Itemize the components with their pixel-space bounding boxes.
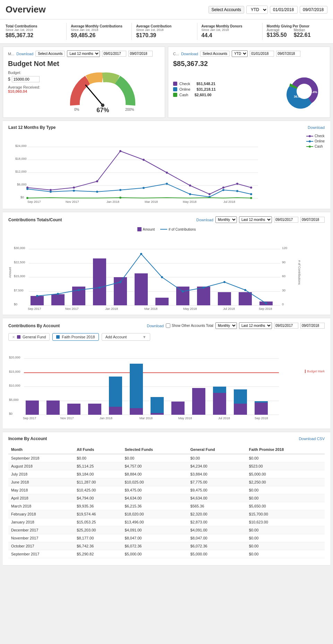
svg-rect-123: [130, 364, 143, 408]
date-start-input[interactable]: [270, 6, 298, 14]
account-period-select[interactable]: Monthly: [215, 322, 237, 329]
table-cell: $8,047.00: [188, 534, 246, 542]
svg-point-90: [119, 281, 121, 283]
svg-text:Nov 2017: Nov 2017: [60, 416, 74, 420]
contributions-select-accounts[interactable]: Select Accounts: [200, 51, 230, 57]
bar-chart-range-select[interactable]: Last 12 months: [239, 216, 272, 223]
table-cell: $0.00: [246, 542, 325, 550]
faith-promise-tag[interactable]: Faith Promise 2018: [52, 333, 99, 341]
date-end-input[interactable]: [300, 6, 327, 14]
contributions-legend: Check $51,548.21 Online $31,218.11 Cash …: [173, 82, 216, 98]
budget-date-end[interactable]: [128, 51, 153, 57]
svg-point-55: [309, 140, 311, 142]
svg-text:Sep 2017: Sep 2017: [28, 307, 41, 311]
svg-rect-74: [31, 296, 44, 305]
svg-rect-79: [135, 273, 148, 305]
add-account-tag[interactable]: Add Account ▼: [102, 333, 150, 341]
account-range-select[interactable]: Last 12 months: [239, 322, 272, 329]
table-cell: April 2018: [8, 494, 74, 502]
svg-rect-121: [109, 377, 122, 407]
table-cell: $523.00: [246, 462, 325, 470]
svg-text:$0: $0: [9, 412, 12, 415]
table-cell: $2,873.00: [188, 518, 246, 526]
svg-text:Sep 2017: Sep 2017: [23, 416, 36, 420]
income-download-csv[interactable]: Download CSV: [299, 437, 325, 441]
svg-text:Jul 2018: Jul 2018: [223, 200, 235, 204]
budget-date-start[interactable]: [102, 51, 126, 57]
svg-text:$10,000: $10,000: [9, 384, 20, 387]
table-cell: December 2017: [8, 526, 74, 534]
budget-value-input[interactable]: [12, 76, 40, 82]
bar-chart-date-end[interactable]: [300, 217, 325, 223]
account-chart-section: Contributions By Account Download Show O…: [3, 318, 330, 429]
general-fund-remove[interactable]: ✕: [12, 335, 15, 339]
table-cell: $8,177.00: [74, 534, 122, 542]
svg-rect-129: [213, 387, 226, 393]
svg-point-94: [203, 287, 205, 289]
income-table-section: Income By Account Download CSV Month All…: [3, 432, 330, 565]
svg-text:$20,000: $20,000: [9, 356, 20, 359]
line-chart-legend: Check Online Cash: [306, 134, 325, 148]
table-cell: $0.00: [188, 454, 246, 462]
table-cell: September 2017: [8, 550, 74, 558]
bar-chart-date-start[interactable]: [274, 217, 298, 223]
svg-point-37: [26, 188, 28, 190]
pie-chart-svg: 60.4% 36.6%: [283, 71, 325, 112]
table-row: May 2018$10,425.00$9,475.00$9,475.00$0.0…: [8, 486, 325, 494]
amount-legend-box: [137, 227, 142, 231]
svg-text:Sep 2018: Sep 2018: [255, 416, 268, 420]
table-cell: $9,475.00: [122, 486, 188, 494]
svg-point-39: [73, 190, 75, 192]
svg-point-51: [250, 197, 252, 199]
contributions-period-select[interactable]: YTD: [232, 50, 248, 57]
svg-text:Jan 2018: Jan 2018: [106, 200, 119, 204]
table-cell: $3,884.00: [188, 470, 246, 478]
table-cell: $19,574.46: [74, 510, 122, 518]
bar-chart-download[interactable]: Download: [196, 218, 213, 222]
bar-chart-period-select[interactable]: Monthly: [215, 216, 237, 223]
show-other-checkbox[interactable]: [166, 323, 170, 328]
line-chart-download[interactable]: Download: [308, 125, 325, 130]
account-chart-download[interactable]: Download: [147, 324, 164, 328]
budget-mark-label: Budget Mark: [305, 370, 325, 373]
table-cell: $11,287.00: [74, 478, 122, 486]
svg-rect-75: [51, 294, 65, 305]
table-row: August 2018$5,114.25$4,757.00$4,234.00$5…: [8, 462, 325, 470]
table-cell: $4,091.00: [188, 526, 246, 534]
contributions-download-link[interactable]: Download: [181, 52, 198, 56]
svg-point-91: [140, 253, 142, 255]
table-cell: $2,250.00: [246, 478, 325, 486]
svg-point-89: [99, 287, 101, 289]
svg-point-88: [78, 289, 80, 291]
table-row: April 2018$4,794.00$4,634.00$4,634.00$0.…: [8, 494, 325, 502]
general-fund-tag[interactable]: ✕ General Fund: [8, 333, 50, 341]
budget-period-select[interactable]: Last 12 months: [67, 50, 100, 57]
account-tags: ✕ General Fund Faith Promise 2018 Add Ac…: [8, 333, 325, 341]
svg-point-40: [96, 191, 98, 193]
table-cell: $5,000.00: [122, 550, 188, 558]
svg-rect-116: [26, 401, 39, 415]
svg-text:$24,000: $24,000: [15, 144, 27, 148]
select-accounts-button[interactable]: Select Accounts: [208, 6, 244, 14]
budget-select-accounts[interactable]: Select Accounts: [35, 51, 65, 57]
stat-monthly-giving-per-donor: Monthly Giving Per Donor Average $135.50…: [263, 23, 327, 40]
budget-download-link[interactable]: Download: [16, 52, 33, 56]
table-cell: $10,025.00: [122, 478, 188, 486]
table-cell: $8,047.00: [122, 534, 188, 542]
cash-color-box: [173, 93, 177, 97]
table-row: January 2018$15,053.25$13,496.00$2,873.0…: [8, 518, 325, 526]
add-account-arrow-icon: ▼: [143, 335, 146, 339]
account-date-end[interactable]: [300, 323, 325, 329]
account-date-start[interactable]: [274, 323, 298, 329]
svg-point-46: [222, 189, 224, 191]
period-select[interactable]: YTD: [246, 6, 268, 14]
table-cell: August 2018: [8, 462, 74, 470]
contributions-date-start[interactable]: [250, 51, 274, 57]
line-chart-area: $0 $6,000 $12,000 $18,000 $24,000 Sep 20…: [8, 134, 325, 205]
table-cell: January 2018: [8, 518, 74, 526]
stats-row: Total Contributions Since Jan 1st, 2018 …: [0, 19, 333, 44]
svg-point-31: [166, 172, 168, 174]
stat-avg-monthly-donors: Average Monthly Donors Since Jan 1st, 20…: [197, 23, 263, 40]
table-cell: November 2017: [8, 534, 74, 542]
contributions-date-end[interactable]: [276, 51, 300, 57]
